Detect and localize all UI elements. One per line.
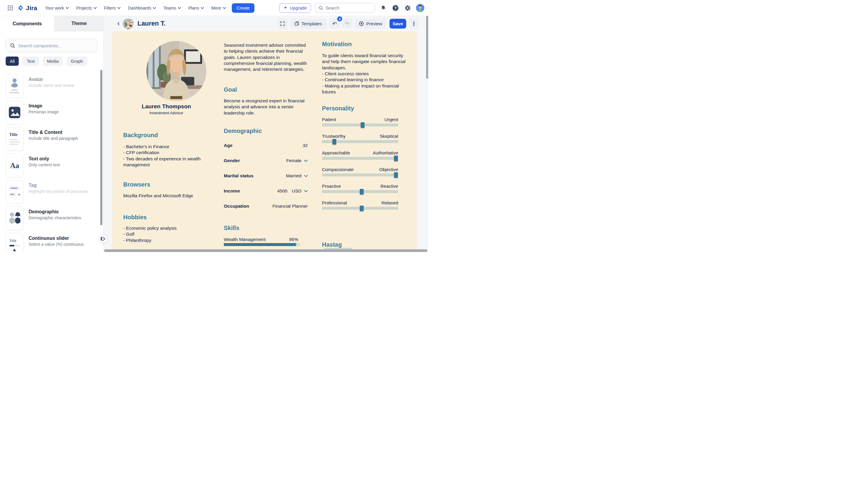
menu-teams[interactable]: Teams: [163, 6, 181, 11]
personality-labels-proactive-reactive: Proactive Reactive: [322, 184, 398, 189]
hobbies-list[interactable]: - Economic policy analysis - Golf - Phil…: [123, 225, 209, 243]
components-search[interactable]: [6, 39, 97, 52]
persona-role[interactable]: Investment Advisor: [123, 111, 209, 115]
motivation-item: - Continued learning in finance: [322, 77, 410, 83]
save-button[interactable]: Save: [389, 19, 406, 29]
title-content-card-icon: Title: [6, 127, 23, 151]
app-switcher-button[interactable]: [6, 4, 14, 12]
templates-button[interactable]: Templates: [290, 19, 326, 29]
primary-nav: Your work Projects Filters Dashboards Te…: [45, 6, 226, 11]
main-vertical-scrollbar[interactable]: [426, 16, 428, 79]
personality-slider-approachable-authoritative[interactable]: [322, 157, 398, 160]
background-item: - CFP certification: [123, 150, 209, 156]
collapse-sidebar-button[interactable]: [99, 235, 107, 243]
slider-handle[interactable]: [360, 189, 364, 195]
kebab-icon: ⋮: [411, 21, 417, 27]
global-search[interactable]: [316, 3, 375, 13]
component-item-tag[interactable]: + Tag Highlight key points of personas: [6, 180, 97, 204]
persona-thumbnail[interactable]: [123, 18, 134, 29]
menu-label: Projects: [76, 6, 92, 11]
tab-theme[interactable]: Theme: [54, 16, 103, 31]
tab-components[interactable]: Components: [0, 16, 54, 31]
slider-handle[interactable]: [394, 156, 398, 161]
back-button[interactable]: ‹: [116, 18, 122, 28]
marital-status-dropdown[interactable]: Married: [286, 173, 308, 179]
age-value[interactable]: 32: [303, 143, 308, 148]
filter-text[interactable]: Text: [22, 56, 39, 66]
goal-text[interactable]: Become a recognized expert in financial …: [224, 98, 308, 116]
persona-name[interactable]: Lauren Thompson: [123, 103, 209, 110]
panel-toggle-icon: [101, 237, 106, 241]
filter-all[interactable]: All: [6, 56, 19, 66]
sidebar-scrollbar[interactable]: [100, 70, 102, 225]
income-amount[interactable]: 4500: [278, 188, 287, 194]
preview-label: Preview: [366, 21, 382, 26]
menu-filters[interactable]: Filters: [104, 6, 120, 11]
search-icon: [10, 43, 15, 48]
jira-logo[interactable]: Jira: [17, 4, 37, 12]
slider-handle[interactable]: [360, 122, 365, 128]
slider-handle[interactable]: [332, 139, 336, 145]
main-horizontal-scrollbar[interactable]: [104, 249, 427, 252]
create-button[interactable]: Create: [232, 3, 254, 13]
background-list[interactable]: - Bachelor's in Finance - CFP certificat…: [123, 144, 209, 168]
demographic-row-marital-status: Marital status Married: [224, 173, 308, 179]
fullscreen-button[interactable]: [278, 19, 287, 29]
hobby-item: - Golf: [123, 231, 209, 237]
preview-icon: [359, 21, 364, 26]
redo-button[interactable]: ↷: [342, 19, 352, 29]
goal-heading: Goal: [224, 86, 237, 93]
component-item-text-only[interactable]: Aa Text only Only content text: [6, 153, 97, 177]
skill-progress-bar[interactable]: [224, 243, 300, 246]
personality-heading: Personality: [322, 105, 354, 112]
about-text[interactable]: Seasoned investment advisor committed to…: [224, 42, 308, 72]
occupation-value[interactable]: Financial Planner: [273, 203, 308, 209]
component-item-image[interactable]: Image Personas image: [6, 101, 97, 124]
personality-labels-approachable-authoritative: Approachable Authoritative: [322, 150, 398, 156]
menu-dashboards[interactable]: Dashboards: [128, 6, 156, 11]
slider-right-label: Skeptical: [380, 134, 398, 139]
component-item-title-content[interactable]: Title Title & Content Include title and …: [6, 127, 97, 151]
component-item-demographic[interactable]: Demographic Demographic characteristics: [6, 206, 97, 230]
user-avatar[interactable]: [416, 4, 424, 12]
skills-heading: Skills: [224, 225, 239, 232]
slider-handle[interactable]: [394, 172, 398, 178]
menu-your-work[interactable]: Your work: [45, 6, 69, 11]
notifications-button[interactable]: [380, 4, 387, 12]
personality-slider-patient-urgent[interactable]: [322, 123, 398, 127]
personality-slider-professional-relaxed[interactable]: [322, 207, 398, 210]
more-options-button[interactable]: ⋮: [409, 19, 419, 29]
upgrade-button[interactable]: ✦ Upgrade: [280, 3, 311, 13]
svg-text:+: +: [18, 192, 20, 197]
menu-projects[interactable]: Projects: [76, 6, 97, 11]
personality-slider-compassionate-objective[interactable]: [322, 173, 398, 177]
personality-slider-trustworthy-skeptical[interactable]: [322, 140, 398, 143]
personality-slider-proactive-reactive[interactable]: [322, 190, 398, 193]
components-search-input[interactable]: [18, 43, 87, 48]
persona-card: Lauren Thompson Investment Advisor Backg…: [112, 31, 417, 252]
menu-plans[interactable]: Plans: [188, 6, 204, 11]
menu-more[interactable]: More: [211, 6, 226, 11]
help-button[interactable]: ?: [392, 4, 399, 12]
undo-count-badge: 4: [337, 16, 342, 21]
global-search-input[interactable]: [325, 6, 370, 11]
settings-button[interactable]: [404, 4, 411, 12]
component-description: Personas image: [29, 110, 58, 115]
topbar-right: ✦ Upgrade ?: [280, 3, 424, 13]
slider-left-label: Trustworthy: [322, 134, 346, 139]
hobby-item: - Economic policy analysis: [123, 225, 209, 231]
persona-photo[interactable]: [146, 41, 206, 101]
gender-dropdown[interactable]: Female: [286, 158, 308, 163]
income-currency[interactable]: USD: [292, 188, 301, 194]
chevron-down-icon: [304, 160, 308, 162]
browsers-text[interactable]: Mozilla Firefox and Microsoft Edge: [123, 193, 209, 199]
component-item-avatar[interactable]: Avatar Include name and avatar: [6, 74, 97, 98]
slider-handle[interactable]: [360, 206, 364, 211]
demographic-row-age: Age 32: [224, 142, 308, 149]
preview-button[interactable]: Preview: [355, 19, 386, 29]
filter-graph[interactable]: Graph: [67, 56, 87, 66]
income-dropdown[interactable]: 4500USD: [278, 188, 308, 194]
motivation-text[interactable]: To guide clients toward financial securi…: [322, 53, 410, 95]
component-item-continuous-slider[interactable]: Title Continuous slider Select a value (…: [6, 233, 97, 252]
filter-media[interactable]: Media: [43, 56, 63, 66]
